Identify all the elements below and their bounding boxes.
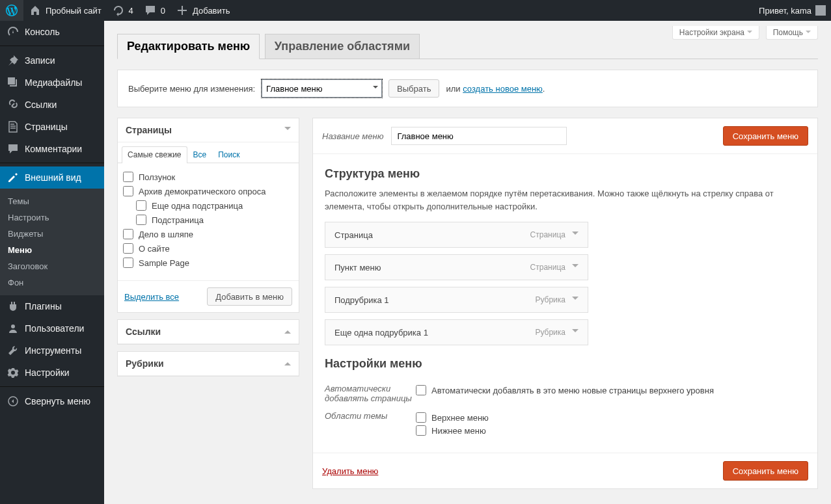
wp-logo[interactable] <box>0 0 23 21</box>
tab-manage-locations[interactable]: Управление областями <box>265 34 420 59</box>
menu-items-list: СтраницаСтраницаПункт менюСтраницаПодруб… <box>325 222 806 345</box>
add-new-link[interactable]: Добавить <box>170 0 235 21</box>
page-checkbox[interactable] <box>123 243 133 254</box>
nav-plugins[interactable]: Плагины <box>0 295 104 317</box>
page-checkbox-item[interactable]: Ползунок <box>123 170 293 184</box>
appearance-submenu: Темы Настроить Виджеты Меню Заголовок Фо… <box>0 189 104 295</box>
add-to-menu-button[interactable]: Добавить в меню <box>207 287 292 306</box>
page-checkbox[interactable] <box>123 229 133 239</box>
link-icon <box>7 98 20 111</box>
appearance-icon <box>7 171 20 184</box>
select-all-link[interactable]: Выделить все <box>124 292 179 302</box>
comment-icon <box>144 4 157 17</box>
nav-dashboard[interactable]: Консоль <box>0 21 104 43</box>
page-checkbox-item[interactable]: Архив демократического опроса <box>123 184 293 198</box>
nav-links[interactable]: Ссылки <box>0 94 104 116</box>
auto-add-checkbox[interactable] <box>416 385 426 395</box>
location-top-option[interactable]: Верхнее меню <box>416 411 489 424</box>
page-checkbox[interactable] <box>123 186 133 196</box>
comments-count: 0 <box>161 6 165 16</box>
page-checkbox-item[interactable]: О сайте <box>123 241 293 256</box>
pin-icon <box>7 54 20 67</box>
pages-list[interactable]: ПолзунокАрхив демократического опросаЕще… <box>118 163 299 280</box>
sub-header[interactable]: Заголовок <box>0 258 104 274</box>
locations-label: Области темы <box>325 411 416 437</box>
structure-heading: Структура меню <box>325 167 806 181</box>
users-icon <box>7 322 20 335</box>
menu-structure-item[interactable]: Еще одна подрубрика 1Рубрика <box>325 319 588 345</box>
menu-name-input[interactable] <box>391 127 567 145</box>
avatar <box>815 5 826 16</box>
sub-themes[interactable]: Темы <box>0 193 104 209</box>
save-menu-button-top[interactable]: Сохранить меню <box>723 126 808 146</box>
page-checkbox[interactable] <box>136 215 146 225</box>
menu-structure-item[interactable]: Пункт менюСтраница <box>325 254 588 280</box>
structure-description: Расположите элементы в желаемом порядке … <box>325 187 806 213</box>
page-checkbox-item[interactable]: Sample Page <box>123 256 293 270</box>
media-icon <box>7 76 20 89</box>
sub-menus[interactable]: Меню <box>0 242 104 258</box>
home-icon <box>29 4 42 17</box>
sub-background[interactable]: Фон <box>0 274 104 291</box>
page-icon <box>7 120 20 133</box>
plus-icon <box>176 4 189 17</box>
dashboard-icon <box>7 25 20 38</box>
tab-recent[interactable]: Самые свежие <box>122 146 187 163</box>
nav-posts[interactable]: Записи <box>0 49 104 72</box>
location-bottom-option[interactable]: Нижнее меню <box>416 424 489 437</box>
links-metabox-toggle[interactable]: Ссылки <box>118 320 299 344</box>
settings-heading: Настройки меню <box>325 357 806 371</box>
choose-button[interactable]: Выбрать <box>388 79 439 98</box>
menu-structure-item[interactable]: СтраницаСтраница <box>325 222 588 248</box>
nav-comments[interactable]: Комментарии <box>0 138 104 160</box>
comments-icon <box>7 142 20 155</box>
tab-edit-menus[interactable]: Редактировать меню <box>117 34 260 59</box>
page-checkbox-item[interactable]: Подстраница <box>123 213 293 227</box>
select-menu-label: Выберите меню для изменения: <box>128 84 255 94</box>
collapse-icon <box>7 395 20 408</box>
tab-search[interactable]: Поиск <box>212 146 245 163</box>
screen-options-button[interactable]: Настройки экрана <box>672 26 759 40</box>
menu-select[interactable]: Главное меню <box>262 79 382 98</box>
auto-add-label: Автоматически добавлять страницы <box>325 384 416 403</box>
sub-customize[interactable]: Настроить <box>0 209 104 226</box>
pages-metabox-toggle[interactable]: Страницы <box>118 118 299 142</box>
update-icon <box>112 4 125 17</box>
page-checkbox[interactable] <box>123 172 133 182</box>
my-account[interactable]: Привет, kama <box>754 0 831 21</box>
nav-settings[interactable]: Настройки <box>0 362 104 384</box>
menu-structure-item[interactable]: Подрубрика 1Рубрика <box>325 287 588 313</box>
sub-widgets[interactable]: Виджеты <box>0 226 104 242</box>
nav-pages[interactable]: Страницы <box>0 116 104 138</box>
nav-media[interactable]: Медиафайлы <box>0 72 104 94</box>
delete-menu-link[interactable]: Удалить меню <box>322 466 378 476</box>
location-top-checkbox[interactable] <box>416 412 426 423</box>
site-name-link[interactable]: Пробный сайт <box>23 0 107 21</box>
collapse-menu[interactable]: Свернуть меню <box>0 390 104 412</box>
settings-icon <box>7 366 20 379</box>
chevron-down-icon <box>284 359 291 365</box>
page-checkbox-item[interactable]: Еще одна подстраница <box>123 198 293 213</box>
location-bottom-checkbox[interactable] <box>416 425 426 436</box>
page-checkbox-item[interactable]: Дело в шляпе <box>123 227 293 241</box>
updates-count: 4 <box>129 6 133 16</box>
chevron-down-icon <box>572 264 579 271</box>
tools-icon <box>7 344 20 357</box>
nav-appearance[interactable]: Внешний вид <box>0 166 104 189</box>
nav-tools[interactable]: Инструменты <box>0 339 104 362</box>
links-metabox: Ссылки <box>117 319 299 345</box>
categories-metabox-toggle[interactable]: Рубрики <box>118 352 299 376</box>
create-new-menu-link[interactable]: создать новое меню <box>463 84 543 94</box>
help-button[interactable]: Помощь <box>766 26 818 40</box>
plugin-icon <box>7 300 20 313</box>
save-menu-button-bottom[interactable]: Сохранить меню <box>723 461 808 481</box>
nav-users[interactable]: Пользователи <box>0 317 104 339</box>
page-checkbox[interactable] <box>123 258 133 268</box>
chevron-down-icon <box>572 232 579 238</box>
categories-metabox: Рубрики <box>117 351 299 377</box>
updates-link[interactable]: 4 <box>107 0 139 21</box>
tab-all[interactable]: Все <box>187 146 213 163</box>
comments-link[interactable]: 0 <box>139 0 170 21</box>
page-checkbox[interactable] <box>136 200 146 211</box>
auto-add-option[interactable]: Автоматически добавлять в это меню новые… <box>416 384 714 397</box>
